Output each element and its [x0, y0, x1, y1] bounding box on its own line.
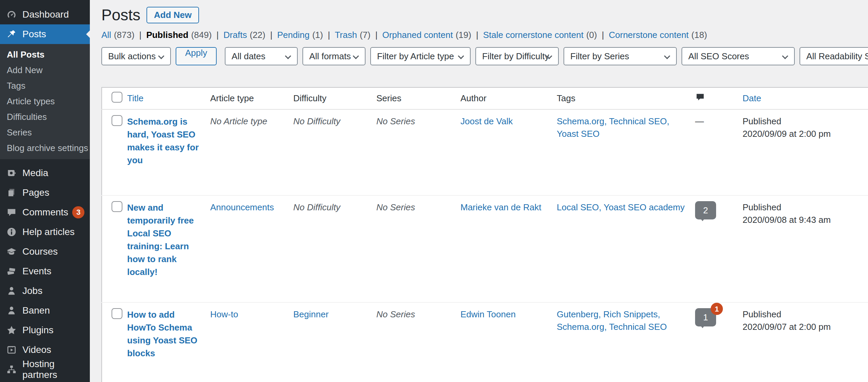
add-new-button[interactable]: Add New: [146, 7, 199, 23]
seo-scores-filter-select[interactable]: All SEO Scores: [682, 47, 795, 65]
column-header-difficulty: Difficulty: [293, 87, 376, 109]
article-type-filter-select[interactable]: Filter by Article type: [370, 47, 471, 65]
post-status: Published: [743, 308, 868, 321]
readability-scores-filter-select[interactable]: All Readability Scores: [800, 47, 868, 65]
column-header-series: Series: [376, 87, 460, 109]
comment-count-bubble[interactable]: 2: [695, 201, 716, 219]
table-header-row: Title Article type Difficulty Series Aut…: [102, 87, 868, 109]
row-checkbox[interactable]: [112, 308, 122, 319]
author-link[interactable]: Marieke van de Rakt: [460, 202, 541, 212]
media-icon: [5, 167, 18, 179]
tag-link[interactable]: Rich Snippets: [603, 309, 660, 319]
sidebar-item-banen[interactable]: Banen: [0, 301, 90, 320]
apply-button[interactable]: Apply: [176, 47, 217, 65]
sidebar-item-courses[interactable]: Courses: [0, 242, 90, 261]
view-orphaned-content[interactable]: Orphaned content(19): [382, 30, 471, 40]
post-status: Published: [743, 201, 868, 214]
tag-link[interactable]: Schema.org: [557, 322, 609, 332]
submenu-all-posts[interactable]: All Posts: [0, 47, 90, 62]
tag-link[interactable]: Schema.org: [557, 116, 609, 126]
view-stale-cornerstone-content[interactable]: Stale cornerstone content(0): [483, 30, 597, 40]
tag-link[interactable]: Local SEO: [557, 202, 604, 212]
submenu-add-new[interactable]: Add New: [0, 62, 90, 78]
sidebar-item-hosting-partners[interactable]: Hosting partners: [0, 360, 90, 379]
post-title-link[interactable]: How to add HowTo Schema using Yoast SEO …: [127, 310, 197, 358]
row-checkbox[interactable]: [112, 201, 122, 212]
separator: |: [328, 30, 330, 40]
page-title: Posts: [101, 5, 140, 24]
bulk-actions-select[interactable]: Bulk actions: [101, 47, 171, 65]
sidebar-item-dashboard[interactable]: Dashboard: [0, 5, 90, 24]
column-header-title[interactable]: Title: [127, 87, 210, 109]
view-all[interactable]: All(873): [101, 30, 135, 40]
sidebar-item-posts[interactable]: Posts: [0, 24, 90, 44]
star-icon: [5, 324, 18, 336]
post-title-link[interactable]: Schema.org is hard, Yoast SEO makes it e…: [127, 116, 199, 165]
article-type-link[interactable]: How-to: [210, 309, 238, 319]
series-value: No Series: [376, 116, 415, 126]
sidebar-item-pages[interactable]: Pages: [0, 183, 90, 203]
column-header-author: Author: [460, 87, 557, 109]
sidebar-item-label: Comments: [22, 207, 68, 218]
sidebar-item-help-articles[interactable]: Help articles: [0, 222, 90, 242]
submenu-blog-archive-settings[interactable]: Blog archive settings: [0, 140, 90, 156]
sidebar-item-label: Hosting partners: [22, 359, 90, 380]
series-filter-select[interactable]: Filter by Series: [564, 47, 677, 65]
author-link[interactable]: Edwin Toonen: [460, 309, 516, 319]
chevron-down-icon: [158, 53, 164, 59]
view-cornerstone-content[interactable]: Cornerstone content(18): [609, 30, 707, 40]
table-row: New and temporarily free Local SEO train…: [102, 195, 868, 302]
chevron-down-icon: [353, 53, 359, 59]
sidebar-item-comments[interactable]: Comments 3: [0, 203, 90, 222]
tag-link[interactable]: Technical SEO: [609, 116, 669, 126]
sidebar-item-plugins[interactable]: Plugins: [0, 320, 90, 340]
sidebar-item-videos[interactable]: Videos: [0, 340, 90, 360]
submenu-tags[interactable]: Tags: [0, 78, 90, 93]
sidebar-item-label: Media: [22, 168, 48, 178]
difficulty-link[interactable]: Beginner: [293, 309, 329, 319]
author-link[interactable]: Joost de Valk: [460, 116, 513, 126]
comment-bubble-icon: [695, 94, 705, 104]
graduation-cap-icon: [5, 246, 18, 258]
sidebar-item-jobs[interactable]: Jobs: [0, 281, 90, 301]
select-all-checkbox[interactable]: [112, 92, 122, 103]
posts-table-wrap: Title Article type Difficulty Series Aut…: [101, 87, 868, 382]
view-trash[interactable]: Trash(7): [335, 30, 370, 40]
submenu-article-types[interactable]: Article types: [0, 93, 90, 109]
view-published[interactable]: Published(849): [146, 30, 212, 40]
tag-link[interactable]: Technical SEO: [609, 322, 667, 332]
submenu-difficulties[interactable]: Difficulties: [0, 109, 90, 125]
post-title-link[interactable]: New and temporarily free Local SEO train…: [127, 203, 194, 277]
sidebar-item-label: Pages: [22, 187, 49, 198]
page-header: Posts Add New: [101, 5, 868, 24]
view-pending[interactable]: Pending(1): [277, 30, 323, 40]
sidebar-item-media[interactable]: Media: [0, 163, 90, 183]
article-type-link[interactable]: Announcements: [210, 202, 274, 212]
tag-link[interactable]: Yoast SEO academy: [604, 202, 685, 212]
article-type-value: No Article type: [210, 116, 267, 126]
sidebar-item-label: Banen: [22, 305, 50, 316]
chevron-down-icon: [285, 53, 291, 59]
sidebar-item-label: Help articles: [22, 227, 75, 237]
dashboard-icon: [5, 8, 18, 21]
chevron-down-icon: [458, 53, 464, 59]
view-drafts[interactable]: Drafts(22): [223, 30, 265, 40]
chevron-down-icon: [782, 53, 788, 59]
formats-filter-select[interactable]: All formats: [302, 47, 366, 65]
dates-filter-select[interactable]: All dates: [225, 47, 298, 65]
row-checkbox[interactable]: [112, 115, 122, 126]
column-header-article-type: Article type: [210, 87, 293, 109]
difficulty-value: No Difficulty: [293, 202, 340, 212]
submenu-series[interactable]: Series: [0, 125, 90, 140]
no-comments-dash: —: [695, 116, 704, 126]
posts-submenu: All Posts Add New Tags Article types Dif…: [0, 44, 90, 159]
comment-count-bubble[interactable]: 11: [695, 308, 716, 326]
tag-link[interactable]: Gutenberg: [557, 309, 603, 319]
sidebar-item-events[interactable]: Events: [0, 261, 90, 281]
tag-link[interactable]: Yoast SEO: [557, 129, 599, 139]
difficulty-filter-select[interactable]: Filter by Difficulty: [475, 47, 559, 65]
separator: |: [602, 30, 604, 40]
info-icon: [5, 226, 18, 238]
separator: |: [139, 30, 142, 40]
column-header-date[interactable]: Date: [743, 87, 868, 109]
